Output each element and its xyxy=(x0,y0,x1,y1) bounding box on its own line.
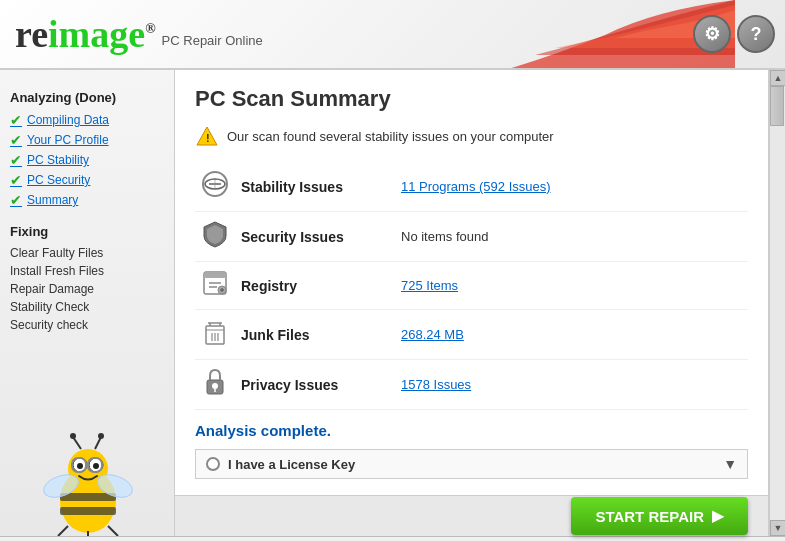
logo-reg: ® xyxy=(145,21,155,36)
table-row-security: Security Issues No items found xyxy=(195,212,748,262)
scrollbar: ▲ ▼ xyxy=(769,70,785,536)
table-row-junk: Junk Files 268.24 MB xyxy=(195,310,748,360)
main-layout: Analyzing (Done) ✔ Compiling Data ✔ Your… xyxy=(0,70,785,536)
sidebar: Analyzing (Done) ✔ Compiling Data ✔ Your… xyxy=(0,70,175,536)
svg-rect-27 xyxy=(204,272,226,278)
sidebar-item-pc-security[interactable]: ✔ PC Security xyxy=(10,170,164,190)
stability-value[interactable]: 11 Programs (592 Issues) xyxy=(395,162,748,212)
sidebar-item-stability-check[interactable]: Stability Check xyxy=(10,298,164,316)
sidebar-item-clear-faulty[interactable]: Clear Faulty Files xyxy=(10,244,164,262)
security-value: No items found xyxy=(395,212,748,262)
sidebar-label-repair-damage: Repair Damage xyxy=(10,282,94,296)
registry-link[interactable]: 725 Items xyxy=(401,278,458,293)
svg-rect-2 xyxy=(60,507,116,515)
license-chevron-icon: ▼ xyxy=(723,456,737,472)
stability-icon xyxy=(195,162,235,212)
bee-mascot-svg xyxy=(23,431,153,536)
sidebar-item-security-check[interactable]: Security check xyxy=(10,316,164,334)
sidebar-label-compiling: Compiling Data xyxy=(27,113,109,127)
bottom-bar: START REPAIR ▶ xyxy=(175,495,768,536)
issues-table: Stability Issues 11 Programs (592 Issues… xyxy=(195,162,748,410)
license-label: I have a License Key xyxy=(228,457,715,472)
security-icon xyxy=(195,212,235,262)
svg-point-42 xyxy=(212,383,218,389)
registry-label: Registry xyxy=(235,262,395,310)
check-icon-4: ✔ xyxy=(10,172,22,188)
start-repair-icon: ▶ xyxy=(712,507,724,525)
junk-link[interactable]: 268.24 MB xyxy=(401,327,464,342)
sidebar-section-fixing: Fixing xyxy=(10,224,164,239)
junk-label: Junk Files xyxy=(235,310,395,360)
header-icons: ⚙ ? xyxy=(693,15,775,53)
start-repair-label: START REPAIR xyxy=(595,508,704,525)
sidebar-label-pc-stability: PC Stability xyxy=(27,153,89,167)
privacy-icon xyxy=(195,360,235,410)
privacy-label: Privacy Issues xyxy=(235,360,395,410)
content-inner: PC Scan Summary ! Our scan found several… xyxy=(175,70,768,495)
sidebar-item-repair-damage[interactable]: Repair Damage xyxy=(10,280,164,298)
registry-icon xyxy=(195,262,235,310)
start-repair-button[interactable]: START REPAIR ▶ xyxy=(571,497,748,535)
logo-re: re xyxy=(15,13,48,55)
svg-point-14 xyxy=(98,433,104,439)
scrollbar-track[interactable] xyxy=(770,86,785,520)
stability-link[interactable]: 11 Programs (592 Issues) xyxy=(401,179,551,194)
svg-point-9 xyxy=(77,463,83,469)
svg-point-12 xyxy=(70,433,76,439)
security-label: Security Issues xyxy=(235,212,395,262)
logo: reimage® xyxy=(15,12,156,56)
registry-value[interactable]: 725 Items xyxy=(395,262,748,310)
scrollbar-thumb[interactable] xyxy=(770,86,784,126)
svg-line-19 xyxy=(108,526,118,536)
mascot xyxy=(0,426,175,536)
check-icon-2: ✔ xyxy=(10,132,22,148)
sidebar-label-stability-check: Stability Check xyxy=(10,300,89,314)
stability-label: Stability Issues xyxy=(235,162,395,212)
header: reimage® PC Repair Online ⚙ ? xyxy=(0,0,785,70)
analysis-complete-text: Analysis complete. xyxy=(195,422,748,439)
status-bar: Analysis complete. xyxy=(0,536,785,541)
logo-area: reimage® PC Repair Online xyxy=(15,12,263,56)
check-icon-1: ✔ xyxy=(10,112,22,128)
svg-text:!: ! xyxy=(206,132,210,144)
privacy-value[interactable]: 1578 Issues xyxy=(395,360,748,410)
svg-point-10 xyxy=(93,463,99,469)
scrollbar-up-arrow[interactable]: ▲ xyxy=(770,70,785,86)
content-area: PC Scan Summary ! Our scan found several… xyxy=(175,70,769,536)
privacy-link[interactable]: 1578 Issues xyxy=(401,377,471,392)
logo-image: image xyxy=(48,13,145,55)
license-dropdown[interactable]: I have a License Key ▼ xyxy=(195,449,748,479)
scan-notice-text: Our scan found several stability issues … xyxy=(227,129,554,144)
sidebar-label-clear-faulty: Clear Faulty Files xyxy=(10,246,103,260)
tagline: PC Repair Online xyxy=(162,33,263,48)
sidebar-item-pc-stability[interactable]: ✔ PC Stability xyxy=(10,150,164,170)
sidebar-item-compiling-data[interactable]: ✔ Compiling Data xyxy=(10,110,164,130)
sidebar-item-install-fresh[interactable]: Install Fresh Files xyxy=(10,262,164,280)
license-radio[interactable] xyxy=(206,457,220,471)
sidebar-label-security-check: Security check xyxy=(10,318,88,332)
sidebar-section-analyzing: Analyzing (Done) xyxy=(10,90,164,105)
svg-line-11 xyxy=(73,437,81,449)
check-icon-3: ✔ xyxy=(10,152,22,168)
sidebar-item-pc-profile[interactable]: ✔ Your PC Profile xyxy=(10,130,164,150)
help-button[interactable]: ? xyxy=(737,15,775,53)
scrollbar-down-arrow[interactable]: ▼ xyxy=(770,520,785,536)
junk-icon xyxy=(195,310,235,360)
table-row-registry: Registry 725 Items xyxy=(195,262,748,310)
svg-line-17 xyxy=(58,526,68,536)
junk-value[interactable]: 268.24 MB xyxy=(395,310,748,360)
sidebar-label-install-fresh: Install Fresh Files xyxy=(10,264,104,278)
page-title: PC Scan Summary xyxy=(195,86,748,112)
sidebar-item-summary[interactable]: ✔ Summary xyxy=(10,190,164,210)
sidebar-label-summary: Summary xyxy=(27,193,78,207)
sidebar-label-pc-profile: Your PC Profile xyxy=(27,133,109,147)
security-text: No items found xyxy=(401,229,488,244)
warning-icon: ! xyxy=(195,124,219,148)
tools-button[interactable]: ⚙ xyxy=(693,15,731,53)
table-row-stability: Stability Issues 11 Programs (592 Issues… xyxy=(195,162,748,212)
scan-notice: ! Our scan found several stability issue… xyxy=(195,124,748,148)
table-row-privacy: Privacy Issues 1578 Issues xyxy=(195,360,748,410)
check-icon-5: ✔ xyxy=(10,192,22,208)
sidebar-label-pc-security: PC Security xyxy=(27,173,90,187)
